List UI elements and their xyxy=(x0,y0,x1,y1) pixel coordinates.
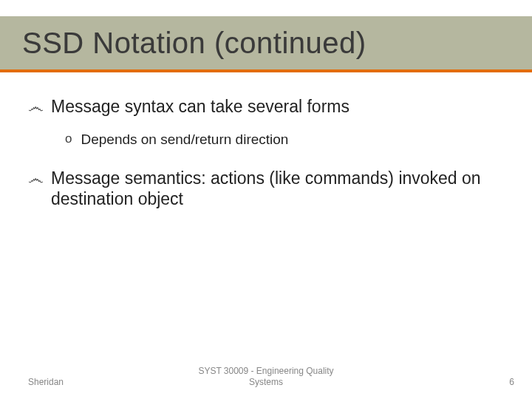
slide-number: 6 xyxy=(509,377,514,387)
bullet-item: ෴ Message syntax can take several forms xyxy=(28,96,510,117)
footer: Sheridan SYST 30009 - Engineering Qualit… xyxy=(0,365,532,387)
sub-bullet-marker-icon: o xyxy=(65,131,72,147)
bullet-text: Message syntax can take several forms xyxy=(51,96,349,117)
bullet-item: ෴ Message semantics: actions (like comma… xyxy=(28,168,510,211)
slide-title: SSD Notation (continued) xyxy=(22,27,366,60)
bullet-marker-icon: ෴ xyxy=(28,169,44,188)
bullet-text: Message semantics: actions (like command… xyxy=(51,168,510,211)
sub-bullet-item: o Depends on send/return direction xyxy=(65,131,510,149)
title-band: SSD Notation (continued) xyxy=(0,16,532,72)
content-area: ෴ Message syntax can take several forms … xyxy=(28,96,510,223)
bullet-marker-icon: ෴ xyxy=(28,98,44,117)
footer-center: SYST 30009 - Engineering Quality Systems xyxy=(0,366,532,387)
sub-bullet-text: Depends on send/return direction xyxy=(81,131,288,149)
slide: SSD Notation (continued) ෴ Message synta… xyxy=(0,0,532,399)
